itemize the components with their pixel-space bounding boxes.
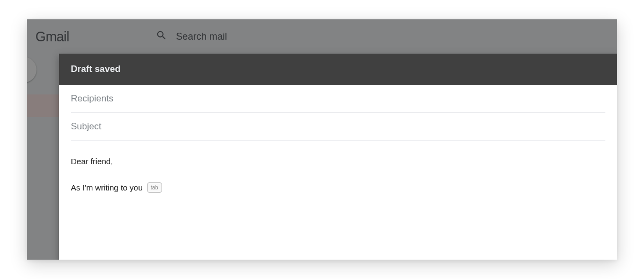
search-bar[interactable] (144, 24, 617, 49)
gmail-logo: Gmail (35, 29, 69, 45)
subject-field-row[interactable]: Subject (71, 113, 605, 141)
body-text: As I'm writing to you (71, 182, 143, 194)
tab-key-hint: tab (147, 182, 162, 193)
compose-button[interactable]: ose (27, 57, 36, 83)
compose-dialog-header[interactable]: Draft saved (59, 54, 617, 85)
subject-placeholder: Subject (71, 121, 605, 132)
gmail-header: Gmail (27, 19, 617, 54)
search-button[interactable] (149, 24, 174, 49)
recipients-placeholder: Recipients (71, 93, 605, 104)
search-icon (156, 30, 167, 43)
body-text-line: Dear friend, (71, 156, 605, 168)
draft-status: Draft saved (71, 64, 121, 75)
body-text-line-typing: As I'm writing to you tab (71, 182, 605, 194)
compose-dialog-body: Recipients Subject Dear friend, As I'm w… (59, 85, 617, 209)
compose-dialog: Draft saved Recipients Subject Dear frie… (59, 54, 617, 260)
app-window: Gmail ose l ed (27, 19, 617, 260)
search-input[interactable] (176, 31, 612, 42)
compose-body-editor[interactable]: Dear friend, As I'm writing to you tab (71, 141, 605, 209)
recipients-field-row[interactable]: Recipients (71, 85, 605, 113)
